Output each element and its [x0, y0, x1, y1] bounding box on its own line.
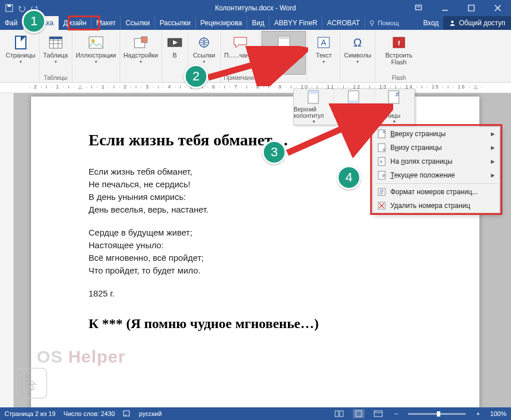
tab-mailings[interactable]: Рассылки — [155, 16, 196, 30]
menu-bottom-of-page[interactable]: # Внизу страницы ▶ — [373, 141, 500, 155]
svg-rect-41 — [340, 411, 343, 417]
person-icon — [449, 20, 456, 26]
page-icon — [13, 34, 29, 51]
view-print-icon[interactable] — [353, 409, 364, 418]
vertical-ruler[interactable] — [0, 93, 14, 407]
table-button[interactable]: Таблица ▾ — [41, 31, 71, 75]
close-icon[interactable] — [485, 0, 511, 16]
tell-me-label: Помощ — [378, 20, 399, 26]
svg-text:#: # — [383, 130, 385, 134]
minimize-icon[interactable] — [432, 0, 458, 16]
menu-format-numbers[interactable]: Формат номеров страниц... — [373, 185, 500, 199]
svg-point-9 — [91, 39, 95, 43]
svg-rect-11 — [141, 37, 147, 43]
svg-text:#: # — [382, 173, 385, 178]
status-proofing-icon[interactable] — [123, 409, 131, 418]
line: День веселья, верь, настанет. — [89, 203, 422, 216]
annotation-badge-3: 3 — [262, 140, 286, 164]
illustrations-button[interactable]: Иллюстрации ▾ — [74, 31, 118, 75]
flash-button[interactable]: f Встроить Flash — [376, 31, 421, 75]
group-label-blank6 — [309, 75, 339, 82]
zoom-out-icon[interactable]: − — [392, 410, 400, 417]
tab-view[interactable]: Вид — [247, 16, 270, 30]
group-label-pages — [3, 75, 38, 82]
ribbon-options-icon[interactable] — [405, 0, 432, 16]
illustrations-label: Иллюстрации — [76, 52, 116, 59]
headerfooter-icon — [276, 35, 292, 51]
status-page[interactable]: Страница 2 из 19 — [5, 410, 56, 417]
line: Сердце в будущем живет; — [89, 226, 422, 239]
svg-rect-15 — [278, 36, 290, 39]
svg-rect-40 — [335, 411, 339, 417]
comment-button[interactable]: П......чание — [222, 31, 259, 75]
tab-file[interactable]: Фай — [0, 16, 23, 30]
status-language[interactable]: русский — [139, 410, 162, 417]
view-read-icon[interactable] — [333, 409, 345, 418]
flash-icon: f — [391, 34, 407, 51]
header-button[interactable]: Верхний колонтитул ▾ — [294, 89, 334, 125]
menu-label: Вверху страницы — [390, 130, 491, 138]
menu-current-position[interactable]: # Текущее положение ▶ — [373, 168, 500, 182]
symbols-button[interactable]: Ω Символы ▾ — [341, 31, 374, 75]
chevron-down-icon: ▾ — [393, 119, 395, 124]
maximize-icon[interactable] — [458, 0, 485, 16]
status-wordcount[interactable]: Число слов: 2430 — [64, 410, 115, 417]
addins-button[interactable]: Надстройки ▾ — [121, 31, 160, 75]
tab-layout[interactable]: Макет — [91, 16, 121, 30]
video-label: В — [172, 52, 176, 59]
tab-acrobat[interactable]: ACROBAT — [322, 16, 365, 30]
headerfooter-popup: Верхний колонтитул ▾ Нижний колонтитул ▾… — [293, 88, 415, 125]
chevron-right-icon: ▶ — [491, 145, 495, 151]
pagenumber-button[interactable]: # Номер страницы ▾ — [375, 89, 414, 125]
page-bottom-icon: # — [376, 143, 387, 152]
zoom-level[interactable]: 100% — [490, 410, 506, 417]
zoom-slider[interactable] — [408, 413, 466, 415]
signin-button[interactable]: Вход — [418, 16, 443, 30]
tell-me[interactable]: Помощ — [365, 16, 402, 30]
pagenumber-icon: # — [388, 90, 401, 105]
stanza-2: Сердце в будущем живет; Настоящее уныло:… — [89, 226, 422, 277]
menu-label: Формат номеров страниц... — [390, 188, 495, 196]
tab-abbyy[interactable]: ABBYY FineR — [270, 16, 322, 30]
share-button[interactable]: Общий доступ — [443, 16, 511, 30]
undo-icon[interactable] — [17, 3, 26, 13]
link-icon — [196, 34, 212, 51]
view-web-icon[interactable] — [372, 409, 384, 418]
menu-remove-numbers[interactable]: Удалить номера страниц — [373, 199, 500, 213]
tab-review[interactable]: Рецензирова — [196, 16, 248, 30]
chevron-down-icon: ▾ — [55, 59, 57, 64]
tab-references[interactable]: Ссылки — [121, 16, 155, 30]
group-addins: Надстройки ▾ — [120, 31, 162, 82]
text-button[interactable]: A Текст ▾ — [309, 31, 339, 75]
page-top-icon: # — [376, 129, 387, 138]
footer-button[interactable]: Нижний колонтитул ▾ — [334, 89, 374, 125]
pagenumber-menu: # Вверху страницы ▶ # Внизу страницы ▶ #… — [372, 126, 500, 213]
group-label-comments: Примечания — [222, 75, 259, 82]
doc-heading-2: К *** (Я помню чудное мгновенье…) — [89, 316, 422, 332]
menu-page-margins[interactable]: # На полях страницы ▶ — [373, 155, 500, 168]
menu-label: Внизу страницы — [390, 144, 491, 152]
chevron-down-icon: ▾ — [95, 59, 97, 64]
text-label: Текст — [316, 52, 332, 59]
headerfooter-button[interactable]: Колонтитулы ▾ — [262, 31, 306, 75]
group-label-blank1 — [74, 75, 118, 82]
tab-design[interactable]: Дизайн — [59, 16, 91, 30]
svg-text:#: # — [395, 91, 399, 98]
line: 1825 г. — [89, 287, 422, 300]
save-icon[interactable] — [5, 3, 14, 13]
header-label: Верхний колонтитул — [294, 106, 333, 119]
svg-rect-2 — [416, 5, 421, 10]
omega-icon: Ω — [349, 34, 366, 51]
group-flash: f Встроить Flash Flash — [375, 31, 422, 82]
zoom-in-icon[interactable]: + — [474, 410, 482, 417]
line: Настоящее уныло: — [89, 239, 422, 252]
menu-top-of-page[interactable]: # Вверху страницы ▶ — [373, 127, 500, 141]
group-comments: П......чание Примечания — [221, 31, 260, 82]
pagenumber-label: Номер страницы — [375, 106, 414, 119]
svg-text:f: f — [398, 40, 400, 47]
horizontal-ruler[interactable]: · 2 · ı · 1 · ı · △ · ı · 1 · ı · 2 · ı … — [0, 83, 511, 93]
pages-button[interactable]: Страницы ▾ — [3, 31, 38, 75]
video-button[interactable]: В — [163, 31, 186, 75]
group-label-blank7 — [341, 75, 374, 82]
zoom-thumb[interactable] — [437, 411, 440, 417]
